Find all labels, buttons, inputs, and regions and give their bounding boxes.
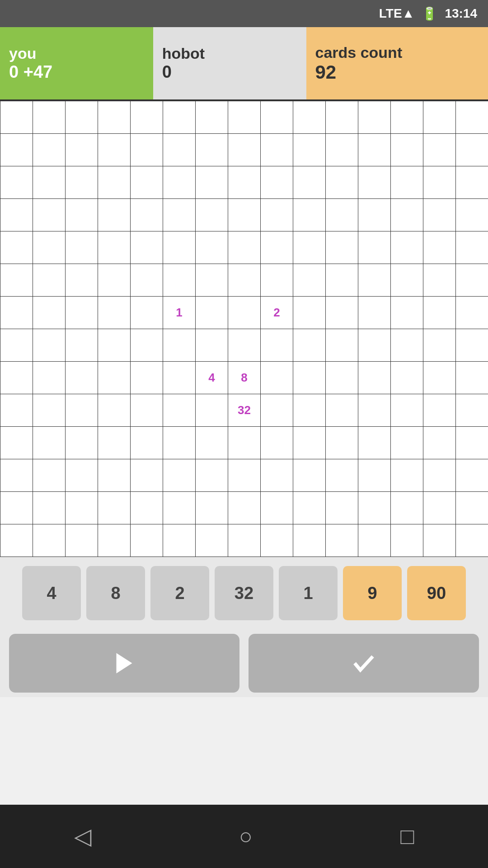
svg-marker-0 bbox=[117, 653, 132, 674]
player-you-panel: you 0 +47 bbox=[0, 27, 153, 99]
player-hobot-name: hobot bbox=[162, 45, 306, 62]
play-icon bbox=[111, 650, 138, 677]
action-row bbox=[0, 629, 488, 697]
card-2[interactable]: 2 bbox=[150, 566, 209, 620]
cards-count-label: cards count bbox=[315, 44, 488, 61]
recent-button[interactable]: □ bbox=[400, 823, 414, 849]
cards-row: 4 8 2 32 1 9 90 bbox=[0, 557, 488, 629]
table-row[interactable]: 3x bbox=[0, 101, 33, 134]
card-4[interactable]: 4 bbox=[22, 566, 81, 620]
signal-icon: LTE▲ bbox=[379, 6, 415, 21]
player-you-name: you bbox=[9, 45, 153, 62]
score-header: you 0 +47 hobot 0 cards count 92 bbox=[0, 27, 488, 99]
grid-table: 3x 3x 3x 3x 2x / / bbox=[0, 101, 488, 557]
player-hobot-score: 0 bbox=[162, 62, 306, 82]
play-button[interactable] bbox=[9, 634, 239, 693]
battery-icon: 🔋 bbox=[422, 6, 437, 21]
player-you-score: 0 +47 bbox=[9, 62, 153, 82]
check-icon bbox=[350, 650, 377, 677]
card-9[interactable]: 9 bbox=[343, 566, 402, 620]
below-grid: 4 8 2 32 1 9 90 bbox=[0, 557, 488, 697]
card-32[interactable]: 32 bbox=[215, 566, 273, 620]
time-display: 13:14 bbox=[445, 6, 477, 21]
status-bar: LTE▲ 🔋 13:14 bbox=[0, 0, 488, 27]
confirm-button[interactable] bbox=[249, 634, 479, 693]
card-90[interactable]: 90 bbox=[407, 566, 466, 620]
game-grid: 3x 3x 3x 3x 2x / / bbox=[0, 99, 488, 557]
bottom-nav: ◁ ○ □ bbox=[0, 805, 488, 868]
cards-count-value: 92 bbox=[315, 61, 488, 83]
card-1[interactable]: 1 bbox=[279, 566, 338, 620]
back-button[interactable]: ◁ bbox=[74, 823, 91, 849]
player-hobot-panel: hobot 0 bbox=[153, 27, 306, 99]
home-button[interactable]: ○ bbox=[239, 823, 253, 849]
card-8[interactable]: 8 bbox=[86, 566, 145, 620]
cards-count-panel: cards count 92 bbox=[306, 27, 488, 99]
